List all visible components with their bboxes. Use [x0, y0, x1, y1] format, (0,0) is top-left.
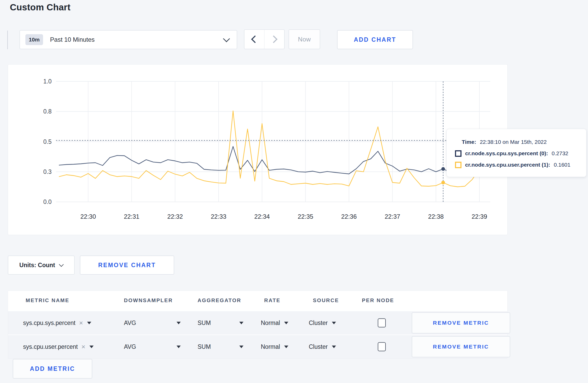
per-node-checkbox[interactable] [378, 318, 386, 328]
time-range-badge: 10m [25, 34, 43, 45]
add-chart-button[interactable]: ADD CHART [337, 30, 413, 49]
header-downsampler: DOWNSAMPLER [124, 297, 173, 303]
series-line-sys [59, 146, 487, 174]
clear-metric-icon[interactable]: × [81, 343, 85, 351]
rate-select[interactable]: Normal [261, 320, 288, 327]
x-axis-tick-label: 22:33 [211, 213, 226, 220]
x-axis-tick-label: 22:32 [167, 213, 183, 220]
caret-down-icon [239, 322, 243, 324]
chart-tooltip: Time: 22:38:10 on Mar 15th, 2022 cr.node… [446, 129, 586, 177]
source-value: Cluster [309, 343, 328, 350]
caret-down-icon [284, 345, 288, 348]
x-axis-tick-label: 22:30 [80, 213, 96, 220]
aggregator-value: SUM [198, 320, 211, 327]
remove-chart-button[interactable]: REMOVE CHART [80, 256, 174, 275]
time-range-dropdown[interactable]: 10m Past 10 Minutes [19, 30, 237, 49]
metric-row: sys.cpu.sys.percent × AVG SUM Normal Clu… [8, 311, 507, 335]
sys-series-swatch-icon [455, 150, 461, 157]
chevron-left-icon [251, 36, 259, 43]
header-source: SOURCE [313, 297, 339, 303]
tooltip-user-label: cr.node.sys.cpu.user.percent (1): [465, 162, 550, 168]
chart-card: 0.00.30.50.81.022:3022:3122:3222:3322:34… [8, 64, 508, 235]
header-aggregator: AGGREGATOR [198, 297, 241, 303]
add-metric-button[interactable]: ADD METRIC [13, 359, 92, 379]
user-series-swatch-icon [455, 162, 461, 168]
tooltip-user-value: 0.1601 [554, 162, 570, 168]
toolbar-left-divider [7, 31, 8, 49]
caret-down-icon [239, 345, 243, 348]
x-axis-tick-label: 22:31 [124, 213, 139, 220]
downsampler-select[interactable]: AVG [124, 320, 181, 327]
metric-row: sys.cpu.user.percent × AVG SUM Normal Cl… [8, 335, 507, 358]
header-metric-name: METRIC NAME [26, 297, 69, 303]
now-button[interactable]: Now [289, 29, 320, 49]
metric-name-value: sys.cpu.user.percent [23, 343, 78, 350]
caret-down-icon[interactable] [87, 322, 91, 324]
page-title: Custom Chart [10, 2, 71, 12]
caret-down-icon[interactable] [89, 345, 94, 348]
source-select[interactable]: Cluster [309, 320, 336, 327]
time-range-label: Past 10 Minutes [50, 36, 95, 43]
header-rate: RATE [264, 297, 281, 303]
user-hover-marker [441, 181, 445, 185]
time-pager [244, 29, 285, 49]
sys-hover-marker [441, 167, 445, 171]
rate-select[interactable]: Normal [261, 343, 288, 350]
remove-metric-button[interactable]: REMOVE METRIC [412, 312, 510, 334]
chevron-down-icon [223, 35, 230, 42]
header-per-node: PER NODE [362, 297, 394, 303]
units-dropdown[interactable]: Units: Count [8, 256, 75, 275]
source-select[interactable]: Cluster [309, 343, 336, 350]
chevron-down-icon [59, 262, 64, 267]
metrics-table: METRIC NAME DOWNSAMPLER AGGREGATOR RATE … [8, 290, 508, 359]
per-node-checkbox[interactable] [378, 342, 386, 351]
aggregator-value: SUM [198, 343, 211, 350]
x-axis-tick-label: 22:36 [341, 213, 357, 220]
caret-down-icon [332, 345, 336, 348]
caret-down-icon [177, 345, 181, 348]
metric-name-select[interactable]: sys.cpu.user.percent × [23, 343, 94, 351]
units-label: Units: Count [19, 262, 55, 269]
aggregator-select[interactable]: SUM [198, 320, 243, 327]
source-value: Cluster [309, 320, 328, 327]
clear-metric-icon[interactable]: × [79, 319, 83, 327]
series-line-user [59, 111, 487, 187]
x-axis-tick-label: 22:37 [385, 213, 400, 220]
prev-time-button[interactable] [244, 30, 264, 49]
y-axis-tick-label: 0.8 [43, 108, 52, 115]
caret-down-icon [332, 322, 336, 324]
downsampler-value: AVG [124, 320, 136, 327]
tooltip-time-value: 22:38:10 on Mar 15th, 2022 [480, 139, 547, 145]
rate-value: Normal [261, 343, 280, 350]
x-axis-tick-label: 22:34 [254, 213, 270, 220]
downsampler-value: AVG [124, 343, 136, 350]
caret-down-icon [284, 322, 288, 324]
downsampler-select[interactable]: AVG [124, 343, 181, 350]
chart-svg[interactable]: 0.00.30.50.81.022:3022:3122:3222:3322:34… [8, 65, 507, 235]
y-axis-tick-label: 0.3 [43, 168, 52, 175]
tooltip-sys-value: 0.2732 [552, 150, 568, 157]
caret-down-icon [177, 322, 181, 324]
next-time-button[interactable] [264, 30, 284, 49]
chevron-right-icon [270, 36, 277, 43]
y-axis-tick-label: 1.0 [43, 78, 52, 85]
y-axis-tick-label: 0.0 [43, 198, 52, 205]
tooltip-time-label: Time: [462, 139, 476, 145]
tooltip-sys-label: cr.node.sys.cpu.sys.percent (0): [465, 150, 548, 157]
rate-value: Normal [261, 320, 280, 327]
aggregator-select[interactable]: SUM [198, 343, 243, 350]
x-axis-tick-label: 22:39 [472, 213, 487, 220]
metric-name-value: sys.cpu.sys.percent [23, 320, 75, 327]
remove-metric-button[interactable]: REMOVE METRIC [412, 336, 510, 357]
y-axis-tick-label: 0.5 [43, 138, 52, 145]
x-axis-tick-label: 22:38 [428, 213, 444, 220]
x-axis-tick-label: 22:35 [298, 213, 313, 220]
metric-name-select[interactable]: sys.cpu.sys.percent × [23, 319, 91, 327]
